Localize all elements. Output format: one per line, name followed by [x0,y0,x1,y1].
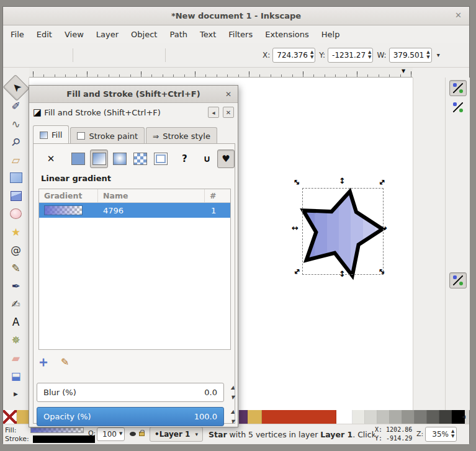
pencil-tool[interactable]: ✎ [6,259,26,277]
snap-bbox-corners-icon[interactable] [449,138,467,154]
save-document-icon[interactable] [420,121,439,138]
redo-icon[interactable] [420,223,439,240]
tab-stroke-style[interactable]: ⇒Stroke style [146,127,217,144]
layer-visibility-icon[interactable] [130,432,136,436]
commands-expander[interactable] [420,346,439,363]
scale-handle-n[interactable]: ↕ [339,177,346,185]
dock-close-button[interactable]: ✕ [223,107,234,118]
object-opacity-input[interactable]: 100 ▼ [97,427,125,441]
calligraphy-tool[interactable]: ✍ [6,295,26,313]
paint-linear-gradient-button[interactable] [90,150,107,168]
menu-item[interactable]: View [65,30,84,39]
w-spinner[interactable]: ▲▼ [426,50,429,60]
layer-lock-icon[interactable] [139,432,145,436]
menu-item[interactable]: Help [321,30,340,39]
palette-swatch[interactable] [427,410,439,424]
eraser-tool[interactable]: ▰ [6,349,26,367]
tab-fill[interactable]: Fill [33,125,69,144]
toolbox-expander[interactable]: ▶ [6,385,26,403]
horizontal-ruler[interactable] [29,68,413,78]
open-document-icon[interactable] [420,100,439,117]
snap-path-intersections-icon[interactable] [449,234,467,250]
paint-bucket-tool[interactable]: ⬓ [6,367,26,385]
fill-rule-evenodd-button[interactable]: ∪ [199,150,216,168]
snap-path-icon[interactable] [449,215,467,231]
ellipse-tool[interactable] [6,205,26,223]
y-input[interactable]: -1231.27 ▲▼ [328,48,373,63]
y-spinner[interactable]: ▲▼ [368,50,371,60]
snap-text-baseline-icon[interactable] [449,330,467,346]
paint-flat-button[interactable] [70,150,87,168]
snap-expander[interactable] [449,349,467,365]
spray-tool[interactable]: ✵ [6,331,26,349]
undo-icon[interactable] [420,203,439,220]
add-gradient-button[interactable]: + [38,355,48,368]
menu-item[interactable]: File [11,30,24,39]
paste-icon[interactable] [420,285,439,301]
snap-page-border-icon[interactable] [449,311,467,327]
menu-item[interactable]: Text [200,30,216,39]
palette-swatch[interactable] [336,410,353,424]
snap-nodes-icon[interactable] [449,195,467,212]
window-titlebar[interactable]: *New document 1 - Inkscape ✕ [3,7,469,25]
palette-swatch[interactable] [353,410,365,424]
new-document-icon[interactable] [420,80,439,97]
fill-rule-nonzero-button[interactable]: ♥ [217,150,235,168]
snap-cusp-nodes-icon[interactable] [449,253,467,269]
palette-swatch[interactable] [248,410,262,424]
rectangle-tool[interactable] [6,169,26,187]
dock-collapse-button[interactable]: ◂ [208,107,219,118]
menu-item[interactable]: Extensions [265,30,309,39]
snap-bbox-edges-icon[interactable] [449,118,467,135]
copy-icon[interactable] [420,244,439,261]
layer-selector[interactable]: •Layer 1 ▾ [150,427,203,442]
zoom-spinner[interactable]: ▲▼ [451,429,454,439]
paint-radial-gradient-button[interactable] [111,150,128,168]
palette-swatch[interactable] [239,410,248,424]
zoom-drawing-icon[interactable] [416,321,441,346]
menu-item[interactable]: Path [169,30,187,39]
cut-icon[interactable] [420,264,439,281]
palette-swatch[interactable] [365,410,377,424]
toolbar-overflow-caret[interactable]: ▾ [437,51,440,58]
palette-scroll-left-icon[interactable]: ◂ [462,413,465,421]
snap-enable-icon[interactable] [449,80,467,96]
palette-swatch[interactable] [390,410,402,424]
object-opacity-spinner[interactable]: ▼ [119,432,122,437]
dialog-close-icon[interactable]: ✕ [225,90,231,99]
scale-handle-s[interactable]: ↕ [339,270,346,278]
window-close-icon[interactable]: ✕ [455,11,462,20]
x-input[interactable]: 724.376 ▲▼ [272,48,315,63]
import-icon[interactable] [420,162,439,179]
zoom-input[interactable]: 35% ▲▼ [425,427,457,442]
opacity-slider[interactable]: Opacity (%) 100.0 [37,407,224,426]
snap-object-centers-icon[interactable] [449,292,467,308]
palette-swatch[interactable] [262,410,336,424]
star-tool[interactable]: ★ [6,223,26,241]
menu-item[interactable]: Object [131,30,157,39]
stroke-indicator-swatch[interactable] [33,435,95,443]
gradient-table-row[interactable]: 4796 1 [39,203,230,218]
scale-handle-e[interactable]: ↔ [380,224,387,232]
snap-bbox-edge-midpoints-icon[interactable] [449,157,467,173]
blur-spinner[interactable]: ▲▼ [227,383,239,402]
snap-bbox-icon[interactable] [449,99,467,115]
paint-unknown-button[interactable]: ? [176,150,193,168]
x-spinner[interactable]: ▲▼ [310,50,313,60]
scale-handle-w[interactable]: ↔ [292,224,299,232]
palette-swatch[interactable] [402,410,415,424]
toolbar-separator[interactable] [165,48,166,62]
blur-slider[interactable]: Blur (%) 0.0 [37,383,224,402]
print-icon[interactable] [420,141,439,158]
pen-tool[interactable]: ✒ [6,277,26,295]
menu-item[interactable]: Edit [37,30,52,39]
fill-indicator-swatch[interactable] [30,427,84,433]
menu-item[interactable]: Filters [228,30,253,39]
palette-swatch[interactable] [377,410,390,424]
w-input[interactable]: 379.501 ▲▼ [389,48,432,63]
export-icon[interactable] [420,182,439,199]
menu-item[interactable]: Layer [96,30,119,39]
paint-pattern-button[interactable] [132,150,149,168]
snap-bbox-centers-icon[interactable] [449,176,467,192]
palette-swatch[interactable] [415,410,427,424]
